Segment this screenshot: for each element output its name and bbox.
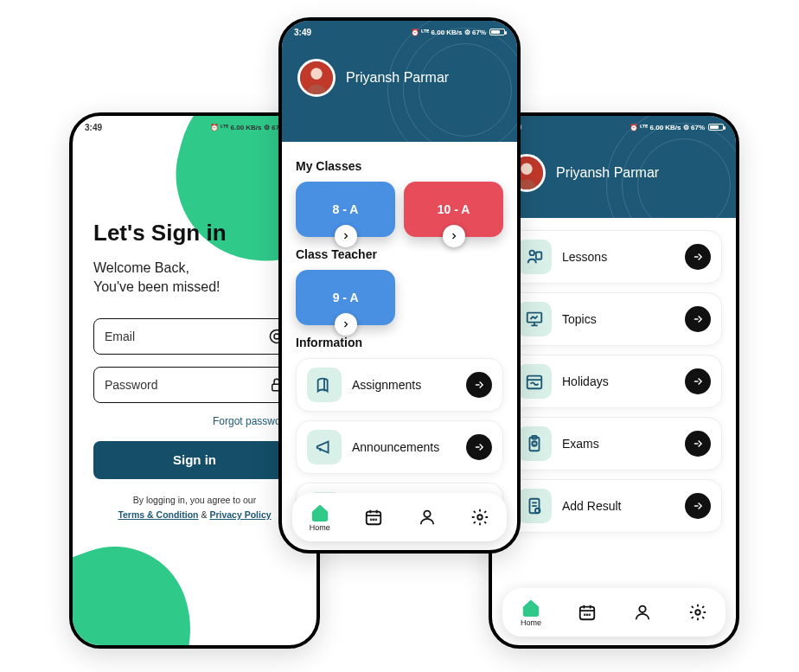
svg-point-48	[695, 610, 700, 615]
calendar-icon	[578, 603, 597, 622]
svg-point-46	[589, 614, 590, 615]
avatar	[297, 59, 336, 97]
class-chip[interactable]: 10 - A	[404, 182, 503, 237]
info-card-exams[interactable]: E Exams	[506, 417, 722, 470]
arrow-right-icon	[685, 493, 711, 519]
gear-icon	[688, 603, 707, 622]
info-card-topics[interactable]: Topics	[506, 292, 722, 346]
signin-subtitle: Welcome Back, You've been missed!	[93, 259, 296, 298]
person-icon	[418, 508, 437, 527]
svg-point-45	[587, 614, 588, 615]
nav-home[interactable]: Home	[521, 598, 541, 627]
presentation-icon	[517, 302, 552, 336]
info-card-assignments[interactable]: Assignments	[296, 358, 503, 412]
svg-text:E: E	[533, 442, 535, 446]
signin-button[interactable]: Sign in	[93, 441, 296, 479]
forgot-password-link[interactable]: Forgot password?	[93, 415, 296, 427]
result-icon	[517, 489, 552, 523]
info-card-add-result[interactable]: Add Result	[506, 479, 722, 533]
email-field[interactable]: Email	[93, 318, 296, 355]
svg-rect-27	[527, 376, 542, 389]
gear-icon	[470, 508, 489, 527]
clipboard-icon: E	[517, 426, 552, 461]
svg-point-44	[585, 614, 585, 615]
svg-point-15	[376, 519, 377, 520]
password-field[interactable]: Password	[93, 367, 296, 403]
decor-rings	[387, 21, 517, 142]
chevron-right-icon	[335, 225, 357, 247]
svg-point-47	[639, 606, 645, 612]
section-class-teacher: Class Teacher	[296, 247, 503, 261]
list-body: Lessons Topics Holidays E Exams Add Resu…	[492, 218, 736, 602]
password-label: Password	[105, 378, 269, 392]
bottom-nav: Home	[292, 493, 507, 541]
arrow-right-icon	[685, 306, 711, 332]
terms-link[interactable]: Terms & Condition	[118, 509, 198, 520]
decor-blob	[69, 526, 218, 649]
holiday-icon	[517, 364, 552, 399]
dashboard-body: My Classes 8 - A 10 - A Class Teacher 9 …	[282, 142, 517, 554]
arrow-right-icon	[466, 372, 492, 398]
svg-rect-40	[580, 607, 595, 620]
nav-home[interactable]: Home	[310, 503, 330, 532]
info-card-announcements[interactable]: Announcements	[296, 420, 503, 474]
agree-text: By logging in, you agree to our Terms & …	[93, 493, 296, 522]
nav-calendar[interactable]	[578, 603, 597, 622]
svg-point-19	[521, 163, 532, 175]
arrow-right-icon	[685, 244, 711, 270]
svg-point-14	[374, 519, 374, 520]
svg-point-13	[371, 519, 372, 520]
phone-list: 3:49 ⏰ ᴸᵀᴱ 6.00 KB/s ⚙ 67% Priyansh Parm…	[489, 112, 739, 649]
calendar-icon	[364, 508, 383, 527]
svg-point-3	[310, 68, 322, 80]
megaphone-icon	[307, 430, 342, 464]
section-my-classes: My Classes	[296, 159, 503, 173]
svg-point-16	[424, 511, 430, 517]
bottom-nav: Home	[502, 588, 725, 637]
chevron-right-icon	[443, 225, 465, 247]
decor-rings	[606, 116, 736, 218]
app-header: 3:49 ⏰ ᴸᵀᴱ 6.00 KB/s ⚙ 67% Priyansh Parm…	[282, 21, 517, 142]
svg-point-38	[535, 509, 540, 514]
nav-profile[interactable]	[418, 508, 437, 527]
home-icon	[310, 503, 329, 522]
arrow-right-icon	[466, 434, 492, 460]
nav-profile[interactable]	[633, 603, 652, 622]
nav-calendar[interactable]	[364, 508, 383, 527]
svg-point-17	[477, 515, 483, 520]
chevron-right-icon	[335, 313, 357, 336]
arrow-right-icon	[685, 431, 711, 457]
book-icon	[307, 368, 342, 402]
info-card-holidays[interactable]: Holidays	[506, 355, 722, 408]
home-icon	[521, 598, 540, 618]
person-icon	[633, 603, 652, 622]
class-chip[interactable]: 8 - A	[296, 182, 395, 237]
svg-point-20	[530, 251, 535, 256]
phone-dashboard: 3:49 ⏰ ᴸᵀᴱ 6.00 KB/s ⚙ 67% Priyansh Parm…	[278, 17, 521, 554]
signin-title: Let's Sign in	[93, 220, 296, 246]
svg-rect-21	[536, 253, 541, 259]
nav-settings[interactable]	[688, 603, 707, 622]
svg-rect-9	[367, 512, 381, 525]
arrow-right-icon	[685, 368, 711, 394]
status-clock: 3:49	[294, 28, 311, 37]
email-label: Email	[105, 330, 269, 343]
privacy-link[interactable]: Privacy Policy	[209, 509, 271, 520]
nav-settings[interactable]	[470, 508, 489, 527]
info-card-lessons[interactable]: Lessons	[506, 230, 722, 284]
lessons-icon	[517, 240, 552, 274]
class-chip[interactable]: 9 - A	[296, 270, 395, 325]
section-information: Information	[296, 336, 503, 349]
app-header: 3:49 ⏰ ᴸᵀᴱ 6.00 KB/s ⚙ 67% Priyansh Parm…	[492, 116, 736, 218]
